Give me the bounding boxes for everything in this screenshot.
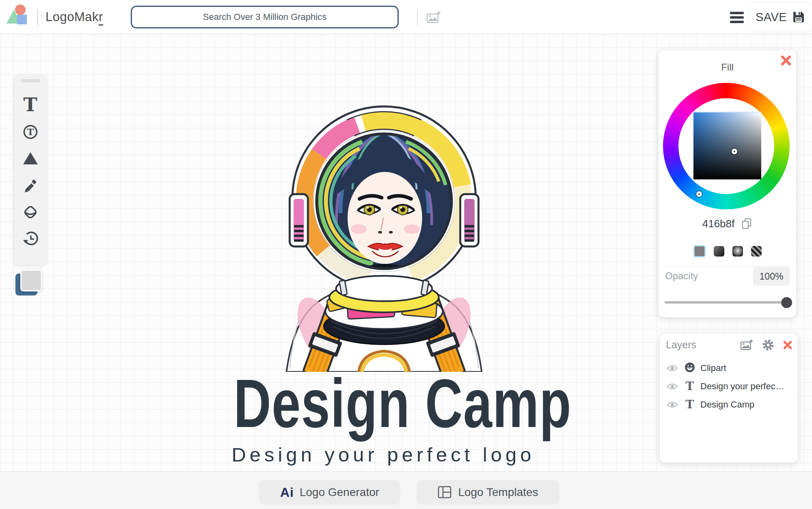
toolbar-grip[interactable] bbox=[21, 79, 40, 82]
solid-fill-swatch[interactable] bbox=[693, 245, 706, 257]
gear-icon[interactable] bbox=[762, 339, 774, 351]
pattern-fill-swatch[interactable] bbox=[751, 246, 762, 257]
canvas-tagline-text[interactable]: Design your perfect logo bbox=[180, 443, 586, 466]
logomakr-app: Design Camp Design your perfect logo Log… bbox=[0, 0, 812, 509]
logo-generator-label: Logo Generator bbox=[300, 486, 379, 499]
save-label: SAVE bbox=[756, 11, 787, 24]
eye-icon[interactable] bbox=[666, 364, 678, 372]
layers-panel-title: Layers bbox=[666, 339, 696, 351]
fill-panel: Fill 416b8f Opacity 100% bbox=[659, 50, 796, 317]
eye-icon[interactable] bbox=[666, 401, 678, 409]
ai-icon: Ai bbox=[280, 485, 294, 500]
history-tool-icon[interactable] bbox=[19, 225, 42, 252]
layers-panel: Layers bbox=[660, 334, 798, 463]
image-add-icon[interactable] bbox=[740, 339, 753, 352]
logo-generator-button[interactable]: Ai Logo Generator bbox=[259, 480, 400, 505]
layer-label: Clipart bbox=[700, 363, 726, 373]
canvas-logo-text[interactable]: Design Camp bbox=[180, 369, 586, 438]
menu-icon[interactable] bbox=[730, 12, 744, 23]
logo-templates-button[interactable]: Logo Templates bbox=[417, 480, 559, 505]
saturation-handle[interactable] bbox=[732, 149, 737, 154]
opacity-label: Opacity bbox=[665, 270, 698, 282]
brand-title[interactable]: LogoMakr bbox=[45, 10, 103, 24]
layer-row-tagline-text[interactable]: T Design your perfec… bbox=[660, 377, 798, 395]
save-button[interactable]: SAVE bbox=[749, 2, 812, 32]
clipart-grin-icon bbox=[684, 362, 695, 375]
fill-panel-title: Fill bbox=[659, 62, 796, 73]
linear-gradient-swatch[interactable] bbox=[714, 246, 724, 257]
bottom-bar: Ai Logo Generator Logo Templates bbox=[0, 471, 812, 509]
opacity-slider-track[interactable] bbox=[665, 301, 782, 304]
hue-handle[interactable] bbox=[696, 191, 702, 197]
fill-type-swatches bbox=[693, 246, 762, 257]
layer-row-title-text[interactable]: T Design Camp bbox=[660, 395, 798, 414]
opacity-slider-knob[interactable] bbox=[781, 297, 792, 308]
saturation-square[interactable] bbox=[693, 112, 761, 179]
text-icon: T bbox=[684, 398, 695, 411]
layer-row-clipart[interactable]: Clipart bbox=[660, 359, 798, 377]
top-bar: LogoMakr SAVE bbox=[0, 0, 812, 34]
panel-divider bbox=[664, 266, 790, 267]
image-add-icon[interactable] bbox=[426, 10, 441, 25]
copy-icon[interactable] bbox=[741, 218, 752, 230]
text-tool-icon[interactable]: T bbox=[19, 91, 42, 118]
svg-text:T: T bbox=[27, 127, 34, 137]
opacity-value[interactable]: 100% bbox=[753, 267, 790, 286]
text-icon: T bbox=[684, 380, 695, 393]
paint-fill-tool-icon[interactable] bbox=[19, 198, 42, 225]
close-icon[interactable] bbox=[783, 341, 792, 349]
brand-divider bbox=[37, 9, 38, 26]
shapes-tool-icon[interactable] bbox=[19, 145, 42, 172]
circle-text-tool-icon[interactable]: T bbox=[19, 118, 42, 145]
layer-label: Design your perfec… bbox=[700, 381, 784, 392]
color-swatch-stack[interactable] bbox=[15, 270, 44, 296]
draw-tool-icon[interactable] bbox=[19, 172, 42, 198]
search-input[interactable] bbox=[131, 6, 399, 28]
astronaut-clipart[interactable] bbox=[280, 94, 488, 372]
template-grid-icon bbox=[438, 486, 452, 499]
front-color-swatch[interactable] bbox=[20, 270, 42, 291]
brand-shapes-icon[interactable] bbox=[6, 4, 28, 28]
hex-color-value[interactable]: 416b8f bbox=[702, 218, 735, 230]
radial-gradient-swatch[interactable] bbox=[732, 246, 743, 257]
tools-sidebar: T T bbox=[14, 75, 47, 265]
eye-icon[interactable] bbox=[666, 382, 678, 390]
layer-label: Design Camp bbox=[700, 399, 754, 410]
logo-templates-label: Logo Templates bbox=[458, 486, 538, 499]
header-divider bbox=[417, 9, 418, 25]
floppy-disk-icon bbox=[792, 10, 806, 24]
